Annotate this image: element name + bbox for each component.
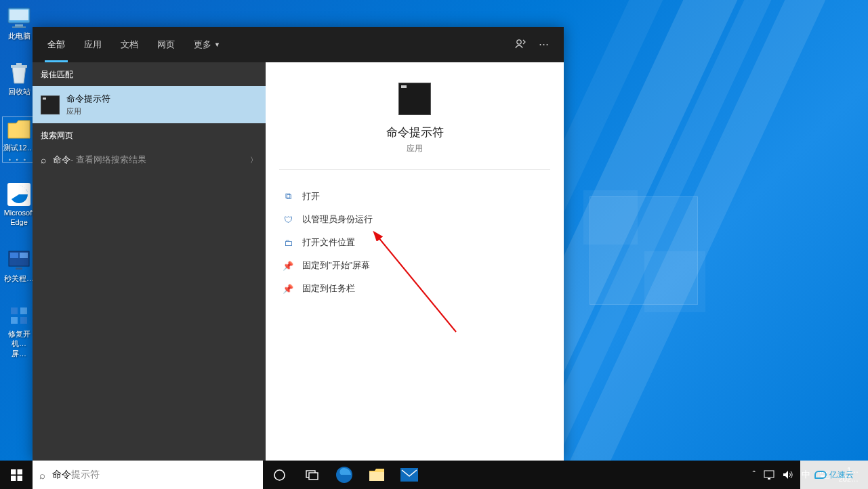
detail-title: 命令提示符 [266, 125, 564, 140]
feedback-icon[interactable] [514, 38, 526, 52]
svg-rect-10 [16, 268, 22, 270]
svg-rect-19 [11, 475, 16, 481]
desktop-icon-test-folder[interactable]: 测试12… 。。。 [3, 117, 35, 163]
svg-rect-23 [309, 473, 318, 480]
svg-rect-8 [10, 253, 18, 258]
action-open[interactable]: ⧉ 打开 [279, 185, 550, 208]
cortana-button[interactable] [263, 461, 295, 489]
search-detail-pane: 命令提示符 应用 ⧉ 打开 🛡 以管理员身份运行 🗀 打开文件位置 📌 [266, 62, 564, 461]
detail-subtitle: 应用 [266, 143, 564, 154]
chevron-down-icon: ▼ [214, 41, 220, 48]
svg-rect-27 [764, 471, 774, 477]
admin-shield-icon: 🛡 [282, 215, 294, 225]
cloud-icon [814, 471, 827, 479]
svg-rect-3 [12, 26, 26, 28]
tray-network-icon[interactable] [760, 461, 779, 489]
search-icon: ⌕ [39, 469, 45, 481]
desktop-icon-repair-boot[interactable]: 修复开机… 屏… [3, 303, 35, 358]
pin-icon: 📌 [282, 284, 294, 294]
action-open-file-location[interactable]: 🗀 打开文件位置 [279, 231, 550, 254]
watermark: 亿速云 [800, 461, 868, 489]
taskbar-file-explorer[interactable] [360, 461, 393, 489]
svg-rect-12 [20, 307, 27, 314]
tab-apps[interactable]: 应用 [75, 27, 111, 62]
result-cmd[interactable]: 命令提示符 应用 [33, 86, 266, 123]
svg-rect-4 [11, 65, 27, 68]
svg-rect-17 [11, 469, 16, 475]
search-input[interactable]: 命令提示符 [52, 469, 256, 481]
svg-point-15 [517, 39, 521, 43]
web-search-header: 搜索网页 [33, 123, 266, 147]
task-view-button[interactable] [295, 461, 328, 489]
svg-rect-28 [768, 478, 770, 480]
svg-rect-1 [9, 9, 28, 20]
tray-volume-icon[interactable] [779, 461, 798, 489]
search-results-list: 最佳匹配 命令提示符 应用 搜索网页 ⌕ 命令 - 查看网络搜索结果 〉 [33, 62, 266, 461]
search-icon: ⌕ [41, 154, 46, 165]
folder-location-icon: 🗀 [282, 238, 294, 248]
best-match-header: 最佳匹配 [33, 62, 266, 86]
svg-rect-2 [15, 24, 23, 26]
svg-point-21 [274, 470, 285, 480]
chevron-right-icon: 〉 [250, 155, 257, 165]
desktop-icons: 此电脑 回收站 测试12… 。。。 Microsoft Edge 秒关程… 修复… [3, 5, 35, 358]
taskbar-mail[interactable] [393, 461, 426, 489]
action-run-as-admin[interactable]: 🛡 以管理员身份运行 [279, 208, 550, 231]
tray-overflow[interactable]: ˆ [749, 461, 760, 489]
action-pin-taskbar[interactable]: 📌 固定到任务栏 [279, 277, 550, 300]
web-search-item[interactable]: ⌕ 命令 - 查看网络搜索结果 〉 [33, 147, 266, 173]
svg-rect-26 [400, 468, 418, 482]
svg-rect-5 [16, 63, 22, 65]
tab-web[interactable]: 网页 [148, 27, 184, 62]
cmd-icon [41, 95, 60, 114]
open-icon: ⧉ [282, 191, 294, 202]
search-panel: 全部 应用 文档 网页 更多▼ ⋯ 最佳匹配 命令提示符 应用 搜索网页 [33, 27, 564, 461]
desktop-icon-edge[interactable]: Microsoft Edge [3, 182, 35, 228]
svg-rect-25 [369, 472, 384, 481]
svg-rect-9 [20, 253, 28, 258]
taskbar-edge[interactable] [328, 461, 360, 489]
tab-documents[interactable]: 文档 [111, 27, 148, 62]
svg-rect-14 [20, 317, 27, 324]
svg-rect-20 [17, 475, 22, 481]
start-button[interactable] [0, 461, 33, 489]
taskbar: ⌕ 命令提示符 ˆ 中 1… 202… [0, 461, 868, 489]
action-pin-start[interactable]: 📌 固定到"开始"屏幕 [279, 254, 550, 277]
desktop-icon-quick-shutdown[interactable]: 秒关程… [3, 248, 35, 283]
more-options-icon[interactable]: ⋯ [539, 38, 549, 52]
taskbar-search[interactable]: ⌕ 命令提示符 [33, 461, 263, 489]
tab-all[interactable]: 全部 [38, 27, 75, 62]
search-panel-header: 全部 应用 文档 网页 更多▼ ⋯ [33, 27, 564, 62]
pin-icon: 📌 [282, 261, 294, 271]
svg-rect-11 [11, 307, 18, 314]
tab-more[interactable]: 更多▼ [184, 27, 230, 62]
desktop-icon-this-pc[interactable]: 此电脑 [3, 5, 35, 41]
svg-rect-13 [11, 317, 18, 324]
desktop-icon-recycle-bin[interactable]: 回收站 [3, 61, 35, 96]
svg-rect-18 [17, 469, 22, 475]
detail-cmd-icon [398, 83, 431, 115]
